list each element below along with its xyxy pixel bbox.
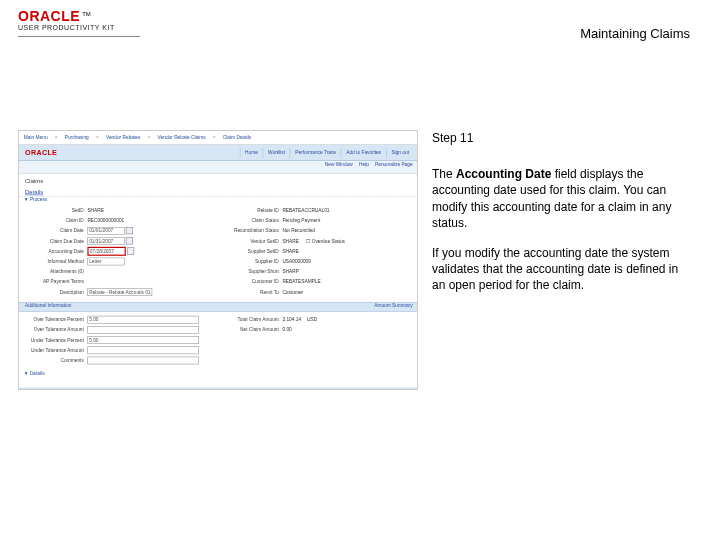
form-col-right: Rebate IDREBATEACCRUAL01Claim StatusPend… xyxy=(219,205,414,297)
crumb[interactable]: Vendor Rebates xyxy=(106,135,140,140)
text-input[interactable]: Rebate - Rebate Accruals 01 xyxy=(87,288,152,296)
sub-links: New Window Help Personalize Page xyxy=(19,161,418,174)
text-input[interactable]: 5.00 xyxy=(87,336,199,344)
section-addl-info[interactable]: Additional Information xyxy=(19,303,77,311)
instruction-para-2: If you modify the accounting date the sy… xyxy=(432,245,682,294)
field-value: REBATESAMPLE xyxy=(282,279,320,284)
field-value: USA0000009 xyxy=(282,259,311,264)
overdue-checkbox[interactable]: ☐ Overdue Status xyxy=(306,238,345,243)
brand-block: ORACLE TM xyxy=(18,8,91,24)
form-secondary: Over Tolerance Percent5.00Over Tolerance… xyxy=(19,312,418,371)
field-label: Total Claim Amount xyxy=(219,317,283,322)
notify-button[interactable]: Notify xyxy=(363,389,384,390)
refresh-button[interactable]: Refresh xyxy=(389,389,414,390)
text-input[interactable]: 5.00 xyxy=(87,316,199,324)
link-help[interactable]: Help xyxy=(359,162,369,167)
instruction-para-1: The Accounting Date field displays the a… xyxy=(432,166,682,231)
calendar-icon[interactable] xyxy=(127,247,134,254)
field-label: Over Tolerance Amount xyxy=(24,327,88,332)
crumb[interactable]: Purchasing xyxy=(65,135,89,140)
breadcrumb-bar: Main Menu> Purchasing> Vendor Rebates> V… xyxy=(19,131,418,145)
text-input[interactable]: Letter xyxy=(87,257,124,265)
save-button[interactable]: Save xyxy=(24,389,43,390)
field-value: 2,104.14 xyxy=(282,317,301,322)
prev-button[interactable]: Previous in List xyxy=(280,389,321,390)
footer-bar: Save Previous in List Next in List Notif… xyxy=(19,388,418,390)
field-value: SHARE xyxy=(87,208,104,213)
field-label: Over Tolerance Percent xyxy=(24,317,88,322)
tm-mark: TM xyxy=(82,11,91,17)
field-value: REBATEACCRUAL01 xyxy=(282,208,329,213)
field-value: SHARE xyxy=(282,248,299,253)
field-label: Claim Status xyxy=(219,218,283,223)
field-label: Supplier SetID xyxy=(219,248,283,253)
text-input[interactable] xyxy=(87,326,199,334)
link-personalize[interactable]: Personalize Page xyxy=(375,162,413,167)
field-label: Accounting Date xyxy=(24,248,88,253)
field-value: SHARP xyxy=(282,269,299,274)
text-input[interactable] xyxy=(87,356,199,364)
field-label: Supplier ID xyxy=(219,259,283,264)
page-title: Maintaining Claims xyxy=(580,26,690,41)
text-input[interactable]: 01/31/2007 xyxy=(87,237,124,245)
field-value: Not Reconciled xyxy=(282,228,315,233)
form-title: Claims xyxy=(19,174,418,188)
field-label: Net Claim Amount xyxy=(219,327,283,332)
section-amount-summary[interactable]: Amount Summary xyxy=(368,303,418,311)
instruction-panel: Step 11 The Accounting Date field displa… xyxy=(432,130,682,308)
form-col-left: SetIDSHAREClaim IDREC0000000001Claim Dat… xyxy=(24,205,219,297)
link-signout[interactable]: Sign out xyxy=(386,148,414,158)
field-label: Description xyxy=(24,289,88,294)
product-name: USER PRODUCTIVITY KIT xyxy=(18,24,115,31)
next-button[interactable]: Next in List xyxy=(326,389,358,390)
field-label: Claim Due Date xyxy=(24,238,88,243)
field-value: Pending Payment xyxy=(282,218,320,223)
link-home[interactable]: Home xyxy=(240,148,263,158)
header-divider xyxy=(18,36,140,37)
field-value: SHARE xyxy=(282,238,299,243)
field-label: Claim ID xyxy=(24,218,88,223)
field-label: Vendor SetID xyxy=(219,238,283,243)
field-value: 0.00 xyxy=(282,327,291,332)
field-value: REC0000000001 xyxy=(87,218,124,223)
field-label: Remit To xyxy=(219,289,283,294)
text-input[interactable]: 01/01/2007 xyxy=(87,227,124,235)
app-screenshot: Main Menu> Purchasing> Vendor Rebates> V… xyxy=(18,130,418,390)
field-label: Attachments (0) xyxy=(24,269,88,274)
field-label: Rebate ID xyxy=(219,208,283,213)
page: ORACLE TM USER PRODUCTIVITY KIT Maintain… xyxy=(0,0,720,540)
link-new-window[interactable]: New Window xyxy=(325,162,353,167)
crumb[interactable]: Main Menu xyxy=(24,135,48,140)
field-label: Comments xyxy=(24,358,88,363)
step-label: Step 11 xyxy=(432,130,682,146)
field-label: SetID xyxy=(24,208,88,213)
top-links: Home Worklist Performance Trace Add to F… xyxy=(240,148,414,158)
field-label: Under Tolerance Amount xyxy=(24,347,88,352)
calendar-icon[interactable] xyxy=(126,237,133,244)
field-label: Informed Method xyxy=(24,259,88,264)
field-label: AP Payment Terms xyxy=(24,279,88,284)
section-bar: Additional Information Amount Summary xyxy=(19,302,418,312)
app-header: ORACLE Home Worklist Performance Trace A… xyxy=(19,145,418,161)
oracle-logo-text: ORACLE xyxy=(25,148,57,156)
link-add-fav[interactable]: Add to Favorites xyxy=(341,148,386,158)
calendar-icon[interactable] xyxy=(126,227,133,234)
form-main: SetIDSHAREClaim IDREC0000000001Claim Dat… xyxy=(19,202,418,302)
link-perf-trace[interactable]: Performance Trace xyxy=(290,148,341,158)
field-label: Customer ID xyxy=(219,279,283,284)
field-label: Under Tolerance Percent xyxy=(24,337,88,342)
crumb[interactable]: Vendor Rebate Claims xyxy=(158,135,206,140)
field-label: Claim Date xyxy=(24,228,88,233)
crumb[interactable]: Claim Details xyxy=(223,135,251,140)
text-input[interactable] xyxy=(87,346,199,354)
field-value: Customer xyxy=(282,289,303,294)
form-subtitle: Details xyxy=(19,187,418,197)
field-label: Reconciliation Status xyxy=(219,228,283,233)
field-label: Supplier Short xyxy=(219,269,283,274)
oracle-logo-text: ORACLE xyxy=(18,8,80,24)
link-worklist[interactable]: Worklist xyxy=(263,148,290,158)
accounting-date-field[interactable]: 07/28/2007 xyxy=(87,247,125,256)
